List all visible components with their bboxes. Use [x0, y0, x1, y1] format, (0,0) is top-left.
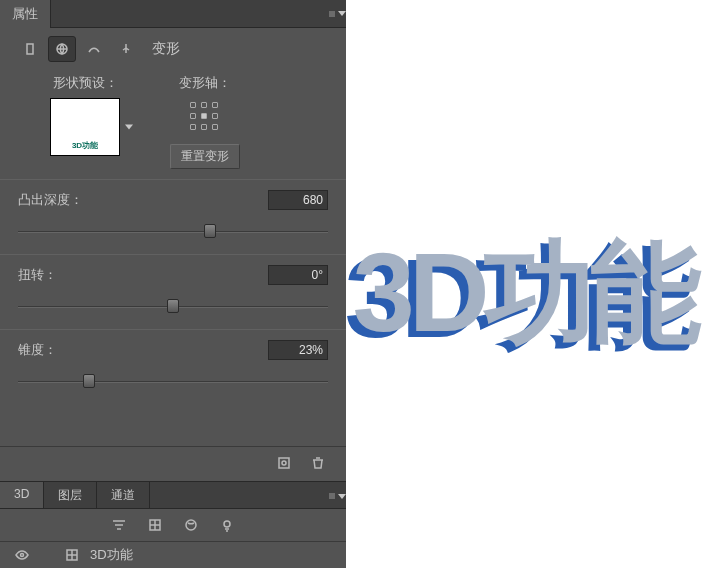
svg-point-6 [224, 521, 230, 527]
filter-light-button[interactable] [219, 517, 235, 533]
filter-mesh-icon [147, 517, 163, 533]
svg-rect-2 [279, 458, 289, 468]
3d-filter-toolbar [0, 509, 346, 542]
trash-icon [310, 455, 326, 471]
tool-mesh[interactable] [16, 36, 44, 62]
taper-input[interactable] [268, 340, 328, 360]
panel-menu-button[interactable] [328, 0, 346, 28]
caret-down-icon [338, 11, 346, 16]
depth-label: 凸出深度： [18, 191, 83, 209]
mesh-layer-icon [64, 547, 80, 563]
panel-footer [0, 446, 346, 481]
layer-type-icon-wrap [64, 547, 80, 563]
svg-point-7 [21, 554, 24, 557]
depth-input[interactable] [268, 190, 328, 210]
svg-rect-0 [27, 44, 33, 54]
tab-layers[interactable]: 图层 [44, 482, 97, 508]
slider-thumb[interactable] [83, 374, 95, 388]
preset-label: 形状预设： [53, 74, 118, 92]
3d-text-object: 3D功能 [352, 218, 695, 369]
layer-row[interactable]: 3D功能 [0, 542, 346, 568]
reset-deform-button[interactable]: 重置变形 [170, 144, 240, 169]
sub-panel-menu-button[interactable] [328, 482, 346, 510]
shape-preset-dropdown[interactable]: 3D功能 [50, 98, 120, 156]
eye-icon [14, 547, 30, 563]
depth-slider[interactable] [18, 224, 328, 240]
delete-button[interactable] [310, 455, 326, 471]
deform-axis-picker[interactable] [190, 102, 220, 132]
tool-cap[interactable] [80, 36, 108, 62]
filter-mesh-button[interactable] [147, 517, 163, 533]
caret-down-icon [338, 494, 346, 499]
filter-light-icon [219, 517, 235, 533]
tab-channels[interactable]: 通道 [97, 482, 150, 508]
caret-down-icon [125, 125, 133, 130]
menu-icon [328, 488, 336, 504]
twist-label: 扭转： [18, 266, 57, 284]
panel-header: 属性 [0, 0, 346, 28]
taper-label: 锥度： [18, 341, 57, 359]
tool-scene[interactable] [112, 36, 140, 62]
twist-input[interactable] [268, 265, 328, 285]
layer-name[interactable]: 3D功能 [90, 546, 133, 564]
canvas-preview: 3D功能 [346, 0, 702, 568]
visibility-toggle[interactable] [10, 547, 34, 563]
panel-title-tab[interactable]: 属性 [0, 0, 51, 28]
menu-icon [328, 6, 336, 22]
axis-label: 变形轴： [179, 74, 231, 92]
svg-point-5 [186, 520, 196, 530]
toolbar-label: 变形 [152, 40, 180, 58]
taper-slider[interactable] [18, 374, 328, 390]
sub-panel-tabs: 3D 图层 通道 [0, 481, 346, 509]
filter-scene-button[interactable] [111, 517, 127, 533]
scene-icon [118, 41, 134, 57]
cap-icon [86, 41, 102, 57]
filter-material-icon [183, 517, 199, 533]
mesh-icon [22, 41, 38, 57]
preset-thumb-text: 3D功能 [72, 140, 98, 151]
slider-thumb[interactable] [204, 224, 216, 238]
svg-point-3 [282, 461, 286, 465]
filter-material-button[interactable] [183, 517, 199, 533]
globe-icon [54, 41, 70, 57]
tool-deform[interactable] [48, 36, 76, 62]
tab-3d[interactable]: 3D [0, 482, 44, 508]
render-button[interactable] [276, 455, 292, 471]
transform-toolbar: 变形 [0, 28, 346, 70]
filter-scene-icon [111, 517, 127, 533]
render-icon [276, 455, 292, 471]
slider-thumb[interactable] [167, 299, 179, 313]
twist-slider[interactable] [18, 299, 328, 315]
